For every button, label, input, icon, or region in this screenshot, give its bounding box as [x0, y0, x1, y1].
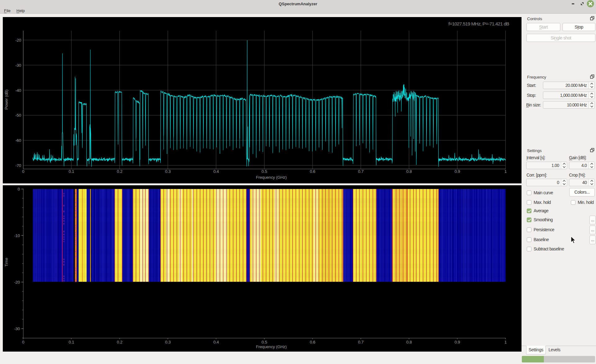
svg-text:-20: -20 [14, 280, 20, 285]
svg-text:-30: -30 [14, 326, 20, 331]
svg-text:0.9: 0.9 [454, 340, 460, 344]
svg-text:0.6: 0.6 [310, 169, 315, 174]
svg-text:Frequency (GHz): Frequency (GHz) [256, 344, 287, 349]
svg-text:Frequency (GHz): Frequency (GHz) [256, 175, 287, 180]
svg-text:0.5: 0.5 [262, 169, 267, 174]
svg-text:0.8: 0.8 [406, 340, 412, 344]
svg-text:0.2: 0.2 [117, 169, 122, 174]
svg-text:0: 0 [22, 169, 24, 174]
svg-text:-50: -50 [15, 113, 21, 118]
svg-text:0.3: 0.3 [165, 169, 171, 174]
svg-text:0.1: 0.1 [69, 169, 74, 174]
svg-text:-30: -30 [15, 63, 21, 68]
svg-text:0.3: 0.3 [165, 340, 171, 344]
svg-text:0.8: 0.8 [406, 169, 412, 174]
svg-text:0.6: 0.6 [310, 340, 315, 344]
svg-text:0.7: 0.7 [358, 340, 363, 344]
svg-text:0.9: 0.9 [454, 169, 460, 174]
svg-text:-10: -10 [14, 233, 20, 238]
svg-text:-70: -70 [15, 163, 21, 168]
svg-text:-20: -20 [15, 38, 21, 43]
svg-text:0.4: 0.4 [213, 340, 219, 344]
svg-text:f=1027.519 MHz, P=-71.421 dB: f=1027.519 MHz, P=-71.421 dB [448, 21, 509, 26]
svg-text:0.2: 0.2 [117, 340, 122, 344]
svg-text:1: 1 [504, 340, 507, 344]
svg-text:0: 0 [18, 187, 20, 191]
svg-text:0: 0 [22, 340, 24, 344]
svg-text:Time: Time [4, 258, 9, 267]
svg-text:1: 1 [504, 169, 507, 174]
svg-text:0.5: 0.5 [262, 340, 267, 344]
svg-text:-60: -60 [15, 138, 21, 143]
svg-text:0.4: 0.4 [213, 169, 219, 174]
svg-text:0.1: 0.1 [69, 340, 74, 344]
svg-text:-40: -40 [15, 88, 21, 93]
svg-text:0.7: 0.7 [358, 169, 363, 174]
svg-text:Power (dB): Power (dB) [4, 90, 9, 110]
